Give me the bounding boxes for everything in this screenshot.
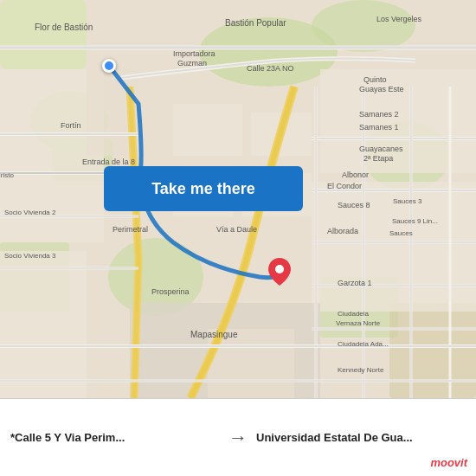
svg-text:Samanes 1: Samanes 1 [359,123,399,132]
take-me-there-button[interactable]: Take me there [104,166,303,211]
svg-text:Kennedy Norte: Kennedy Norte [338,366,384,374]
svg-text:Socio Vivienda 2: Socio Vivienda 2 [4,209,56,216]
svg-text:Quinto: Quinto [363,75,387,84]
svg-text:Alborada: Alborada [327,227,358,235]
svg-rect-12 [0,251,87,398]
route-arrow-icon: → [220,427,256,449]
svg-text:Garzota 1: Garzota 1 [338,279,372,287]
origin-name: *Calle 5 Y Via Perim... [10,431,220,444]
svg-rect-14 [173,104,242,156]
svg-text:Perimetral: Perimetral [113,225,148,234]
svg-text:Ciudadela Ada...: Ciudadela Ada... [338,340,389,348]
bottom-bar: *Calle 5 Y Via Perim... → Universidad Es… [0,398,476,476]
svg-text:Flor de Bastión: Flor de Bastión [35,23,93,32]
svg-text:Entrada de la 8: Entrada de la 8 [82,158,135,166]
svg-text:El Condor: El Condor [327,182,362,190]
origin-marker [102,59,116,73]
svg-text:Los Vergeles: Los Vergeles [376,15,422,23]
destination-info: Universidad Estatal De Gua... [256,431,466,444]
svg-text:Sauces: Sauces [389,229,413,237]
svg-text:Guzman: Guzman [177,59,207,68]
svg-text:Fortín: Fortín [61,121,81,130]
svg-text:Prosperina: Prosperina [151,287,190,296]
svg-text:Guayacanes: Guayacanes [359,145,403,153]
svg-text:2ª Etapa: 2ª Etapa [363,154,393,163]
svg-text:Mapasingue: Mapasingue [190,330,238,339]
svg-text:Sauces 8: Sauces 8 [338,201,370,209]
svg-text:Sauces 9 Lin...: Sauces 9 Lin... [392,217,438,225]
svg-text:Socio Vivienda 3: Socio Vivienda 3 [4,252,56,260]
svg-text:Bastión Popular: Bastión Popular [225,18,286,28]
svg-text:Guayas Este: Guayas Este [359,85,404,93]
svg-rect-3 [0,0,87,69]
svg-point-2 [312,0,415,52]
destination-name: Universidad Estatal De Gua... [256,431,466,444]
svg-point-86 [275,265,284,273]
svg-text:Ciudadela: Ciudadela [338,310,370,318]
destination-marker [268,258,291,286]
svg-text:Vía a Daule: Vía a Daule [216,225,257,234]
svg-text:Calle 23A NO: Calle 23A NO [247,64,294,73]
origin-info: *Calle 5 Y Via Perim... [10,431,220,444]
svg-text:Cristo: Cristo [0,171,14,179]
svg-rect-10 [389,303,476,398]
svg-text:Vernaza Norte: Vernaza Norte [336,319,381,327]
svg-text:Importadora: Importadora [173,49,215,58]
map-container: Flor de Bastión Bastión Popular Los Verg… [0,0,476,398]
svg-text:Samanes 2: Samanes 2 [359,110,399,119]
svg-text:Albonor: Albonor [342,170,369,179]
svg-text:Sauces 3: Sauces 3 [393,197,422,205]
moovit-logo: moovit [430,456,467,469]
